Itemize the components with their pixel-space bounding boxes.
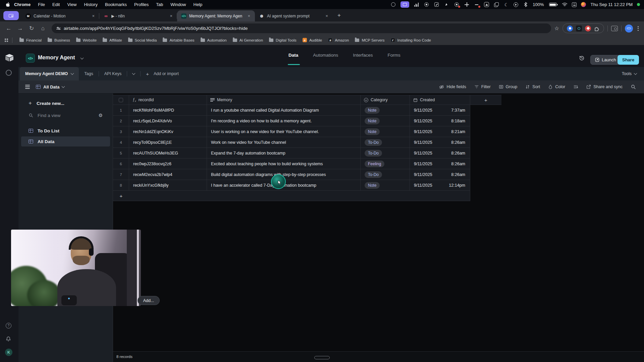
- nav-tab-forms[interactable]: Forms: [388, 53, 400, 58]
- extensions-puzzle-icon[interactable]: [594, 25, 600, 31]
- cell-memory[interactable]: Work on new video for YouTube channel: [207, 137, 361, 147]
- cell-recordid[interactable]: rec0wpJ238ocvq2z6: [129, 159, 207, 169]
- nav-tab-data[interactable]: Data: [288, 53, 298, 58]
- extension-icon-red[interactable]: [585, 25, 591, 32]
- bookmark-amazon[interactable]: aAmazon: [325, 38, 352, 42]
- color-app-status-icon[interactable]: [581, 2, 586, 7]
- notifications-bell-icon[interactable]: [6, 336, 11, 342]
- color-button[interactable]: Color: [548, 84, 565, 89]
- column-header-recordid[interactable]: ƒx recordId: [129, 95, 207, 105]
- new-tab-button[interactable]: +: [335, 11, 343, 20]
- hide-fields-button[interactable]: Hide fields: [439, 84, 466, 89]
- omni-circle-icon[interactable]: [6, 70, 12, 76]
- cell-recordid[interactable]: recyTo9DpsoC8Ej1E: [129, 137, 207, 147]
- cell-memory[interactable]: I'm recording a video on how to build a …: [207, 116, 361, 126]
- table-tab-tags[interactable]: Tags: [79, 71, 98, 76]
- now-playing-status-icon[interactable]: [514, 2, 518, 7]
- menu-item-profiles[interactable]: Profiles: [130, 2, 152, 7]
- find-a-view-input[interactable]: Find a view ⚙: [18, 110, 113, 120]
- menu-item-bookmarks[interactable]: Bookmarks: [101, 2, 130, 7]
- menu-item-view[interactable]: View: [63, 2, 80, 7]
- cell-category[interactable]: Note: [361, 126, 410, 137]
- camera-status-icon[interactable]: [424, 2, 429, 7]
- launch-button[interactable]: Launch: [590, 55, 621, 65]
- cell-recordid[interactable]: reckiUnYxcGfkbj8y: [129, 180, 207, 190]
- group-button[interactable]: Group: [499, 84, 518, 89]
- cell-created[interactable]: 9/11/20257:37am: [410, 105, 470, 115]
- current-view-button[interactable]: All Data: [36, 84, 64, 89]
- extension-icon-react[interactable]: [576, 25, 582, 32]
- cell-category[interactable]: Note: [361, 180, 410, 190]
- sidebar-view-to-do-list[interactable]: To Do List: [21, 126, 110, 136]
- chrome-menu-icon[interactable]: [636, 26, 640, 31]
- table-row[interactable]: 5 recAUThSUOMeHs3EG Expand the 7-day aut…: [113, 148, 470, 159]
- cell-created[interactable]: 9/11/20258:26am: [410, 159, 470, 169]
- cell-recordid[interactable]: recLr5qeLDn4XdvVo: [129, 116, 207, 126]
- menu-item-edit[interactable]: Edit: [49, 2, 63, 7]
- sidebar-view-all-data[interactable]: All Data: [21, 136, 110, 146]
- cell-recordid[interactable]: recNn1ddZEqnOKiKv: [129, 126, 207, 137]
- table-row[interactable]: 2 recLr5qeLDn4XdvVo I'm recording a vide…: [113, 116, 470, 126]
- bookmark-star-icon[interactable]: ☆: [554, 25, 559, 32]
- user-avatar[interactable]: K: [5, 349, 12, 356]
- cell-memory[interactable]: I run a youtube channel called Digital A…: [207, 105, 361, 115]
- cell-memory[interactable]: Excited about teaching people how to bui…: [207, 159, 361, 169]
- chevron-down-icon[interactable]: [80, 56, 84, 60]
- bookmark-installing-roo-code[interactable]: rInstalling Roo Code: [388, 38, 434, 42]
- chrome-profile-avatar[interactable]: [625, 24, 633, 33]
- tools-menu[interactable]: Tools: [622, 71, 644, 76]
- apps-grid-icon[interactable]: [5, 39, 8, 42]
- cell-created[interactable]: 9/11/20258:21am: [410, 126, 470, 137]
- table-row[interactable]: 7 recwM2ecva2b7wlp4 Build digital automa…: [113, 169, 470, 180]
- bookmark-folder-business[interactable]: Business: [45, 38, 73, 42]
- input-switcher-icon[interactable]: [572, 2, 577, 7]
- close-tab-icon[interactable]: ×: [91, 13, 96, 19]
- cell-recordid[interactable]: recAUThSUOMeHs3EG: [129, 148, 207, 158]
- sort-button[interactable]: Sort: [525, 84, 540, 89]
- site-settings-icon[interactable]: [56, 27, 61, 29]
- share-and-sync-button[interactable]: Share and sync: [586, 84, 623, 89]
- cell-created[interactable]: 9/11/202512:14pm: [410, 180, 470, 190]
- help-icon[interactable]: ?: [6, 323, 11, 328]
- table-tab-api-keys[interactable]: API Keys: [99, 71, 127, 76]
- add-record-row[interactable]: +: [113, 191, 470, 201]
- column-header-memory[interactable]: Memory: [207, 95, 361, 105]
- table-row[interactable]: 4 recyTo9DpsoC8Ej1E Work on new video fo…: [113, 137, 470, 148]
- screen-recorder-status-icon[interactable]: [400, 1, 409, 8]
- table-row[interactable]: 8 reckiUnYxcGfkbj8y I have an accelerato…: [113, 180, 470, 191]
- table-row[interactable]: 3 recNn1ddZEqnOKiKv User is working on a…: [113, 126, 470, 137]
- view-sidebar-toggle-icon[interactable]: [25, 85, 30, 88]
- bookmark-folder-automation[interactable]: Automation: [198, 38, 230, 42]
- tab-memory-agent-active[interactable]: </> Memory Agent: Memory Agen ×: [177, 10, 255, 21]
- move-tool-status-icon[interactable]: [464, 2, 470, 7]
- cell-created[interactable]: 9/11/20258:18am: [410, 116, 470, 126]
- menu-item-tab[interactable]: Tab: [152, 2, 167, 7]
- select-all-checkbox[interactable]: [113, 95, 129, 105]
- bookmark-folder-airtable-bases[interactable]: Airtable Bases: [160, 38, 197, 42]
- cell-memory[interactable]: Expand the 7-day automation bootcamp: [207, 148, 361, 158]
- filter-button[interactable]: Filter: [474, 84, 491, 89]
- cell-category[interactable]: To-Do: [361, 169, 410, 180]
- menu-item-history[interactable]: History: [80, 2, 101, 7]
- nav-tab-interfaces[interactable]: Interfaces: [353, 53, 373, 58]
- cell-memory[interactable]: User is working on a new video for their…: [207, 126, 361, 137]
- table-list-dropdown[interactable]: [127, 73, 140, 74]
- table-row[interactable]: 6 rec0wpJ238ocvq2z6 Excited about teachi…: [113, 159, 470, 169]
- address-bar[interactable]: airtable.com/appP0x4hYEoqGFbdy/tblGjKD2S…: [52, 23, 551, 33]
- cell-category[interactable]: Feeling: [361, 159, 410, 169]
- tab-search-icon[interactable]: [611, 26, 618, 31]
- bluetooth-status-icon[interactable]: [523, 2, 528, 7]
- bookmark-folder-website[interactable]: Website: [73, 38, 100, 42]
- obsidian-status-icon[interactable]: [484, 2, 489, 7]
- column-header-category[interactable]: Category: [361, 95, 410, 105]
- back-button[interactable]: ←: [4, 24, 13, 33]
- horizontal-scrollbar-thumb[interactable]: [314, 356, 330, 359]
- column-header-created[interactable]: Created: [410, 95, 470, 105]
- headset-status-icon[interactable]: [390, 2, 396, 7]
- menu-bar-clock[interactable]: Thu Sep 11 12:22 PM: [590, 2, 633, 7]
- nav-tab-automations[interactable]: Automations: [313, 53, 338, 58]
- close-tab-icon[interactable]: ×: [324, 13, 329, 19]
- cell-category[interactable]: To-Do: [361, 148, 410, 158]
- menu-item-file[interactable]: File: [34, 2, 49, 7]
- tab-calendar-motion[interactable]: M Calendar - Motion ×: [21, 10, 99, 21]
